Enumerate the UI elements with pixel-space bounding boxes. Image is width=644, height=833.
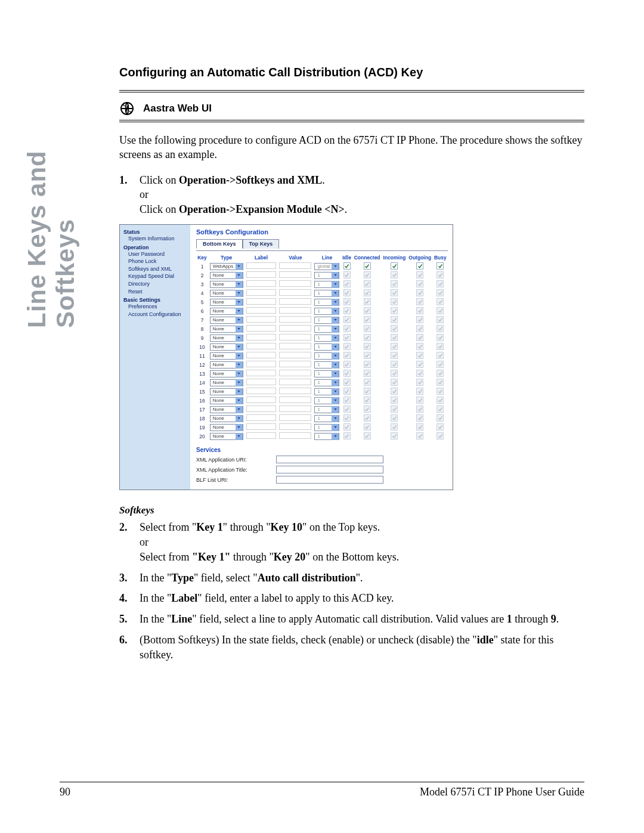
label-input[interactable] [246, 388, 276, 394]
value-input[interactable] [279, 423, 311, 430]
label-input[interactable] [246, 414, 276, 421]
line-select[interactable]: 1 [314, 361, 339, 368]
value-input[interactable] [279, 316, 311, 323]
service-input[interactable] [276, 456, 383, 463]
line-select[interactable]: 1 [314, 317, 339, 324]
service-input[interactable] [276, 466, 383, 473]
line-select[interactable]: 1 [314, 379, 339, 386]
label-input[interactable] [246, 423, 276, 430]
label-input[interactable] [246, 334, 276, 340]
value-input[interactable] [279, 388, 311, 394]
service-input[interactable] [276, 476, 383, 484]
value-input[interactable] [279, 289, 311, 296]
type-select[interactable]: None [210, 317, 243, 324]
value-input[interactable] [279, 397, 311, 403]
type-select[interactable]: None [210, 415, 243, 422]
line-select[interactable]: 1 [314, 406, 339, 413]
nav-item[interactable]: Reset [128, 288, 187, 296]
line-select[interactable]: 1 [314, 433, 339, 440]
value-input[interactable] [279, 370, 311, 376]
line-select[interactable]: 1 [314, 281, 339, 288]
nav-item[interactable]: Preferences [128, 303, 187, 311]
connected-checkbox [364, 423, 371, 431]
type-select[interactable]: None [210, 397, 243, 404]
label-input[interactable] [246, 262, 276, 269]
type-select[interactable]: None [210, 326, 243, 333]
nav-item[interactable]: Keypad Speed Dial [128, 272, 187, 280]
tab-top-keys[interactable]: Top Keys [243, 239, 280, 249]
type-select[interactable]: None [210, 343, 243, 351]
type-select[interactable]: None [210, 424, 243, 431]
type-select[interactable]: None [210, 308, 243, 315]
outgoing-checkbox[interactable] [416, 262, 423, 270]
type-select[interactable]: None [210, 290, 243, 297]
value-input[interactable] [279, 262, 311, 269]
line-select[interactable]: 1 [314, 335, 339, 342]
line-select[interactable]: 1 [314, 290, 339, 297]
line-select[interactable]: 1 [314, 326, 339, 333]
line-select[interactable]: 1 [314, 370, 339, 377]
label-input[interactable] [246, 325, 276, 332]
label-input[interactable] [246, 271, 276, 278]
value-input[interactable] [279, 361, 311, 367]
line-select[interactable]: 1 [314, 272, 339, 279]
label-input[interactable] [246, 316, 276, 323]
nav-item[interactable]: System Information [128, 235, 187, 243]
label-input[interactable] [246, 397, 276, 403]
nav-item[interactable]: Phone Lock [128, 258, 187, 265]
value-input[interactable] [279, 405, 311, 412]
label-input[interactable] [246, 379, 276, 385]
line-select[interactable]: 1 [314, 343, 339, 351]
type-select[interactable]: None [210, 272, 243, 279]
line-select[interactable]: 1 [314, 352, 339, 360]
value-input[interactable] [279, 343, 311, 349]
value-input[interactable] [279, 280, 311, 287]
nav-item[interactable]: Softkeys and XML [128, 265, 187, 273]
value-input[interactable] [279, 432, 311, 439]
type-select[interactable]: None [210, 433, 243, 440]
label-input[interactable] [246, 298, 276, 305]
value-input[interactable] [279, 307, 311, 314]
label-input[interactable] [246, 432, 276, 439]
type-select[interactable]: None [210, 281, 243, 288]
nav-item[interactable]: Account Configuration [128, 311, 187, 318]
tab-bottom-keys[interactable]: Bottom Keys [196, 239, 243, 249]
type-select[interactable]: None [210, 352, 243, 360]
value-input[interactable] [279, 379, 311, 385]
line-select[interactable]: 1 [314, 308, 339, 315]
label-input[interactable] [246, 352, 276, 358]
type-select[interactable]: None [210, 361, 243, 368]
type-select[interactable]: None [210, 379, 243, 386]
line-select[interactable]: 1 [314, 299, 339, 306]
label-input[interactable] [246, 289, 276, 296]
value-input[interactable] [279, 352, 311, 358]
type-select[interactable]: WebApps [210, 263, 243, 270]
value-input[interactable] [279, 271, 311, 278]
nav-item[interactable]: Directory [128, 280, 187, 288]
type-select[interactable]: None [210, 406, 243, 413]
line-select[interactable]: 1 [314, 415, 339, 422]
busy-checkbox[interactable] [436, 262, 444, 270]
value-input[interactable] [279, 298, 311, 305]
type-select[interactable]: None [210, 335, 243, 342]
label-input[interactable] [246, 343, 276, 349]
label-input[interactable] [246, 370, 276, 376]
nav-item[interactable]: User Password [128, 250, 187, 258]
label-input[interactable] [246, 307, 276, 314]
value-input[interactable] [279, 414, 311, 421]
value-input[interactable] [279, 334, 311, 340]
value-input[interactable] [279, 325, 311, 332]
type-select[interactable]: None [210, 388, 243, 395]
label-input[interactable] [246, 405, 276, 412]
line-select[interactable]: 1 [314, 424, 339, 431]
line-select[interactable]: global [314, 263, 339, 270]
incoming-checkbox[interactable] [391, 262, 398, 270]
line-select[interactable]: 1 [314, 388, 339, 395]
connected-checkbox[interactable] [364, 262, 371, 270]
label-input[interactable] [246, 361, 276, 367]
label-input[interactable] [246, 280, 276, 287]
type-select[interactable]: None [210, 370, 243, 377]
type-select[interactable]: None [210, 299, 243, 306]
idle-checkbox[interactable] [343, 262, 351, 270]
line-select[interactable]: 1 [314, 397, 339, 404]
